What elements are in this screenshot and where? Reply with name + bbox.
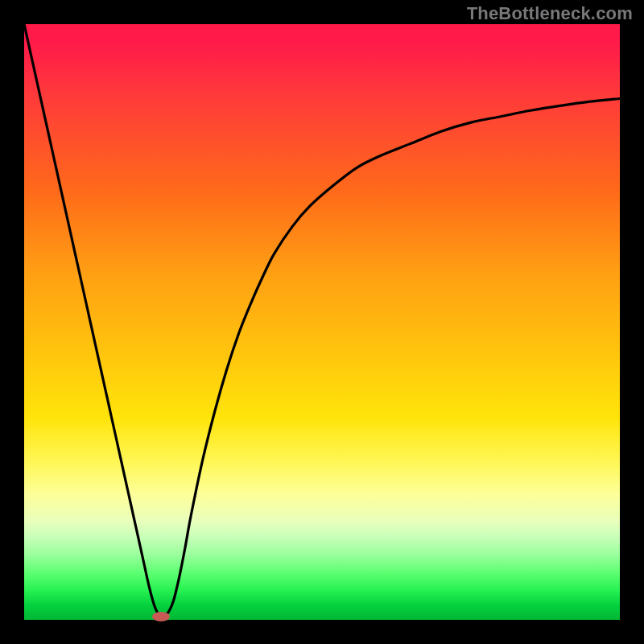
- plot-area: [24, 24, 620, 620]
- chart-frame: TheBottleneck.com: [0, 0, 644, 644]
- bottleneck-curve: [24, 24, 620, 620]
- watermark-text: TheBottleneck.com: [467, 3, 633, 24]
- optimal-point-marker: [152, 612, 170, 621]
